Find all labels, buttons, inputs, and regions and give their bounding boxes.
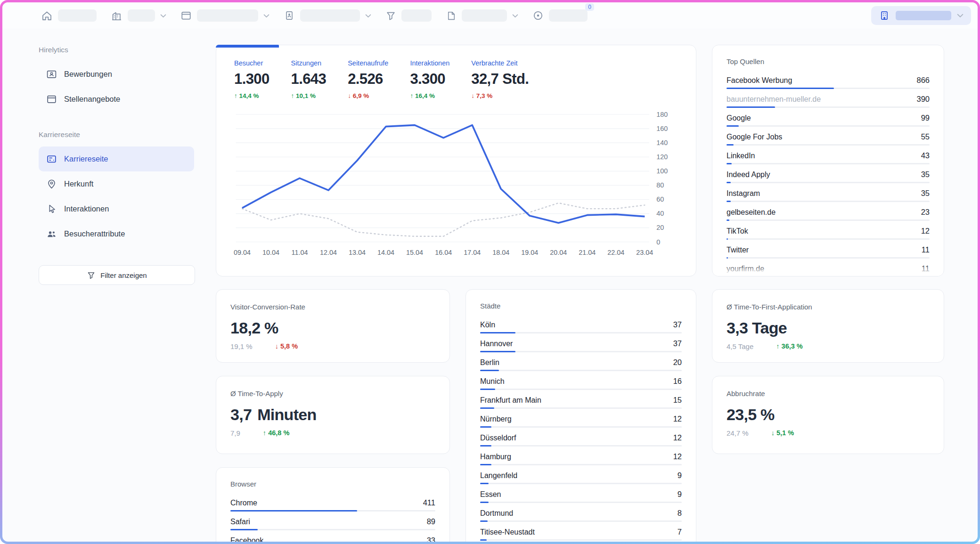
- source-row: gelbeseiten.de23: [727, 208, 930, 221]
- cities-column: Städte Köln37 Hannover37 Berlin20: [466, 289, 696, 542]
- sidebar-item-stellenangebote[interactable]: Stellenangebote: [39, 87, 194, 112]
- city-bar-fill: [480, 389, 495, 390]
- sidebar-item-label: Bewerbungen: [64, 70, 112, 79]
- source-row: bauunternehmen-mueller.de390: [727, 95, 930, 108]
- abort-rate-card: Abbruchrate 23,5 % 24,7 % ↓ 5,1 %: [712, 376, 944, 454]
- stat-tab[interactable]: Seitenaufrufe 2.526 ↓ 6,9 %: [348, 59, 388, 99]
- card-title: Städte: [480, 302, 682, 310]
- source-bar-track: [727, 219, 930, 221]
- show-filters-button[interactable]: Filter anzeigen: [39, 265, 195, 285]
- sidebar-item-bewerbungen[interactable]: Bewerbungen: [39, 62, 194, 87]
- source-row: Facebook Werbung866: [727, 76, 930, 89]
- city-row: Köln37: [480, 320, 682, 333]
- buildings-icon: [111, 10, 122, 22]
- city-value: 15: [673, 396, 682, 405]
- source-label: Indeed Apply: [727, 171, 770, 179]
- chevron-down-icon: [365, 14, 371, 18]
- svg-text:11.04: 11.04: [292, 249, 308, 256]
- kpi-delta: ↓ 5,8 %: [275, 342, 298, 350]
- city-bar-track: [480, 370, 682, 371]
- chevron-down-icon: [512, 14, 518, 18]
- window-icon: [46, 94, 57, 105]
- city-row: Düsseldorf12: [480, 433, 682, 447]
- city-label: Langenfeld: [480, 471, 517, 480]
- top-sources-card: Top Quellen Facebook Werbung866 bauunter…: [712, 45, 944, 276]
- source-bar-track: [727, 182, 930, 183]
- kpi-value: 3,3 Tage: [727, 319, 930, 337]
- city-value: 20: [673, 358, 682, 367]
- browser-value: 411: [423, 498, 435, 507]
- sidebar-item-herkunft[interactable]: Herkunft: [39, 171, 194, 196]
- trend-arrow-icon: ↑: [410, 92, 413, 99]
- stat-tab[interactable]: Interaktionen 3.300 ↑ 16,4 %: [410, 59, 449, 99]
- users-icon: [46, 228, 57, 239]
- nav-page-select[interactable]: [180, 9, 270, 22]
- nav-report-select[interactable]: [446, 9, 518, 22]
- browser-value: 33: [427, 536, 435, 542]
- nav-page-placeholder: [197, 9, 258, 22]
- dashboard-main: Besucher 1.300 ↑ 14,4 % Sitzungen 1.643 …: [181, 29, 978, 542]
- kpi-previous-value: 4,5 Tage: [727, 342, 753, 350]
- map-pin-icon: [46, 179, 57, 189]
- source-bar-fill: [727, 238, 728, 240]
- city-bar-fill: [480, 332, 515, 333]
- browser-row: Chrome411: [230, 498, 435, 512]
- svg-text:22.04: 22.04: [607, 249, 624, 256]
- svg-text:80: 80: [656, 181, 664, 189]
- city-row: Dortmund8: [480, 509, 682, 522]
- svg-text:160: 160: [656, 125, 668, 132]
- city-label: Düsseldorf: [480, 434, 516, 442]
- source-bar-track: [727, 106, 930, 108]
- svg-text:100: 100: [656, 167, 668, 175]
- funnel-icon: [87, 271, 96, 280]
- chart-stats-row: Besucher 1.300 ↑ 14,4 % Sitzungen 1.643 …: [230, 59, 683, 99]
- city-bar-track: [480, 539, 682, 541]
- city-value: 12: [673, 433, 682, 442]
- kpi-value: 18,2 %: [230, 319, 435, 337]
- sidebar-item-label: Stellenangebote: [64, 95, 120, 104]
- city-value: 37: [673, 320, 682, 329]
- source-value: 11: [922, 264, 930, 273]
- browser-bar-fill: [230, 529, 258, 530]
- browser-label: Chrome: [230, 499, 257, 507]
- stat-tab[interactable]: Sitzungen 1.643 ↑ 10,1 %: [291, 59, 327, 99]
- kpi-value: 23,5 %: [727, 406, 930, 424]
- browser-bar-track: [230, 529, 435, 530]
- nav-home-group[interactable]: [41, 9, 97, 22]
- stat-tab[interactable]: Besucher 1.300 ↑ 14,4 %: [234, 59, 270, 99]
- svg-text:16.04: 16.04: [435, 249, 452, 256]
- nav-filter-group[interactable]: [385, 9, 432, 22]
- chevron-down-icon: [263, 14, 270, 18]
- organization-switcher[interactable]: [871, 6, 971, 25]
- browser-label: Facebook: [230, 536, 263, 542]
- nav-goals-group[interactable]: 0: [532, 9, 588, 22]
- city-label: Titisee-Neustadt: [480, 528, 535, 536]
- home-icon[interactable]: [41, 10, 53, 22]
- svg-text:09.04: 09.04: [234, 249, 251, 256]
- cities-list: Köln37 Hannover37 Berlin20 Munich16: [480, 320, 682, 541]
- target-icon: [532, 10, 544, 21]
- sidebar-item-besucherattribute[interactable]: Besucherattribute: [39, 221, 194, 246]
- nav-goals-placeholder: [549, 9, 588, 22]
- browser-bar-fill: [230, 510, 357, 512]
- sidebar-item-karriereseite[interactable]: Karriereseite: [39, 146, 194, 171]
- kpi-delta: ↑ 36,3 %: [776, 342, 802, 350]
- card-title: Ø Time-To-Apply: [230, 390, 435, 398]
- browser-card: Browser Chrome411 Safari89 Facebook33: [216, 467, 450, 542]
- city-bar-track: [480, 426, 682, 428]
- sidebar-section-title: Karriereseite: [39, 130, 181, 139]
- nav-company-select[interactable]: [111, 9, 166, 22]
- sidebar-item-label: Besucherattribute: [64, 229, 125, 238]
- trend-up-icon: ↑: [263, 429, 266, 437]
- source-row: TikTok12: [727, 227, 930, 240]
- source-label: Google For Jobs: [727, 133, 782, 141]
- source-row: yourfirm.de11: [727, 264, 930, 276]
- sidebar-item-interaktionen[interactable]: Interaktionen: [39, 196, 194, 221]
- source-label: gelbeseiten.de: [727, 208, 776, 217]
- trend-down-icon: ↓: [275, 342, 278, 350]
- nav-profile-select[interactable]: [284, 9, 371, 22]
- source-bar-track: [727, 257, 930, 259]
- city-bar-fill: [480, 351, 515, 352]
- stat-tab[interactable]: Verbrachte Zeit 32,7 Std. ↓ 7,3 %: [471, 59, 529, 99]
- svg-text:14.04: 14.04: [377, 249, 394, 256]
